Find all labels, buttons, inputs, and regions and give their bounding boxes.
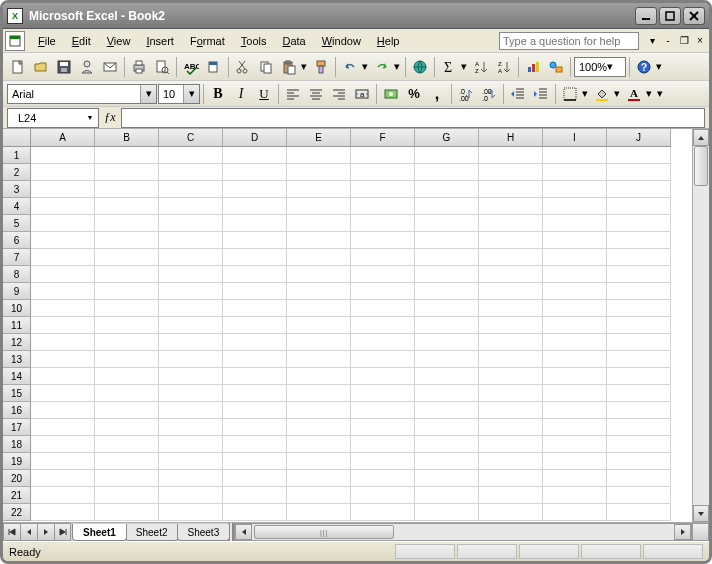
cell[interactable] (31, 385, 95, 402)
cell[interactable] (351, 453, 415, 470)
cell[interactable] (543, 436, 607, 453)
cell[interactable] (31, 436, 95, 453)
cell[interactable] (607, 215, 671, 232)
fill-color-button[interactable] (591, 83, 613, 105)
fx-icon[interactable]: ƒx (99, 110, 121, 125)
cell[interactable] (543, 317, 607, 334)
print-button[interactable] (128, 56, 150, 78)
cell[interactable] (159, 402, 223, 419)
row-header[interactable]: 18 (3, 436, 31, 453)
email-button[interactable] (99, 56, 121, 78)
cell[interactable] (31, 351, 95, 368)
row-header[interactable]: 3 (3, 181, 31, 198)
cell[interactable] (95, 470, 159, 487)
cell[interactable] (95, 164, 159, 181)
cell[interactable] (31, 181, 95, 198)
drawing-button[interactable] (545, 56, 567, 78)
cell[interactable] (415, 215, 479, 232)
cell[interactable] (31, 453, 95, 470)
cell[interactable] (95, 487, 159, 504)
doc-restore-button[interactable]: ❐ (677, 34, 691, 48)
vscroll-track[interactable] (693, 146, 709, 505)
cell[interactable] (543, 368, 607, 385)
cell[interactable] (415, 351, 479, 368)
sheet-tab-active[interactable]: Sheet1 (72, 524, 127, 541)
copy-button[interactable] (255, 56, 277, 78)
sort-desc-button[interactable]: ZA (493, 56, 515, 78)
cell[interactable] (351, 164, 415, 181)
cell[interactable] (607, 249, 671, 266)
cell[interactable] (351, 283, 415, 300)
cell[interactable] (479, 317, 543, 334)
cell[interactable] (31, 198, 95, 215)
research-button[interactable] (203, 56, 225, 78)
menu-view[interactable]: View (100, 33, 138, 49)
row-header[interactable]: 12 (3, 334, 31, 351)
cell[interactable] (159, 385, 223, 402)
cell[interactable] (479, 368, 543, 385)
cell[interactable] (415, 368, 479, 385)
cell[interactable] (223, 487, 287, 504)
row-header[interactable]: 6 (3, 232, 31, 249)
cell[interactable] (607, 181, 671, 198)
cell[interactable] (287, 351, 351, 368)
cell[interactable] (351, 402, 415, 419)
first-sheet-button[interactable] (3, 523, 20, 541)
cell[interactable] (543, 147, 607, 164)
chart-wizard-button[interactable] (522, 56, 544, 78)
cell[interactable] (95, 504, 159, 521)
cell[interactable] (31, 487, 95, 504)
cell[interactable] (95, 317, 159, 334)
cell[interactable] (223, 266, 287, 283)
hscroll-track[interactable] (252, 524, 674, 540)
minimize-button[interactable] (635, 7, 657, 25)
prev-sheet-button[interactable] (20, 523, 37, 541)
cell[interactable] (95, 419, 159, 436)
cell[interactable] (543, 453, 607, 470)
cell[interactable] (95, 283, 159, 300)
cell[interactable] (31, 249, 95, 266)
hyperlink-button[interactable] (409, 56, 431, 78)
cell[interactable] (543, 487, 607, 504)
font-color-button[interactable]: A (623, 83, 645, 105)
cell[interactable] (223, 215, 287, 232)
cell[interactable] (223, 334, 287, 351)
select-all-corner[interactable] (3, 129, 31, 147)
help-button[interactable]: ? (633, 56, 655, 78)
workbook-icon[interactable] (5, 31, 25, 51)
cell[interactable] (223, 317, 287, 334)
row-header[interactable]: 8 (3, 266, 31, 283)
cell[interactable] (479, 215, 543, 232)
cell[interactable] (95, 266, 159, 283)
cell[interactable] (415, 487, 479, 504)
cell[interactable] (415, 232, 479, 249)
cell[interactable] (287, 436, 351, 453)
column-header[interactable]: E (287, 129, 351, 147)
menu-data[interactable]: Data (275, 33, 312, 49)
scroll-up-button[interactable] (693, 129, 709, 146)
row-header[interactable]: 19 (3, 453, 31, 470)
column-header[interactable]: D (223, 129, 287, 147)
last-sheet-button[interactable] (54, 523, 71, 541)
cell[interactable] (95, 147, 159, 164)
cell[interactable] (415, 147, 479, 164)
cell[interactable] (543, 215, 607, 232)
help-search-input[interactable] (499, 32, 639, 50)
percent-button[interactable]: % (403, 83, 425, 105)
open-button[interactable] (30, 56, 52, 78)
cell[interactable] (95, 249, 159, 266)
cell[interactable] (223, 504, 287, 521)
borders-button[interactable] (559, 83, 581, 105)
cell[interactable] (95, 198, 159, 215)
cell[interactable] (31, 402, 95, 419)
cell[interactable] (223, 470, 287, 487)
menu-insert[interactable]: Insert (139, 33, 181, 49)
fill-color-dropdown[interactable]: ▾ (613, 83, 622, 105)
row-header[interactable]: 7 (3, 249, 31, 266)
cell[interactable] (31, 504, 95, 521)
cell[interactable] (351, 334, 415, 351)
cell[interactable] (351, 266, 415, 283)
cell[interactable] (351, 351, 415, 368)
cell[interactable] (415, 470, 479, 487)
cell[interactable] (287, 385, 351, 402)
